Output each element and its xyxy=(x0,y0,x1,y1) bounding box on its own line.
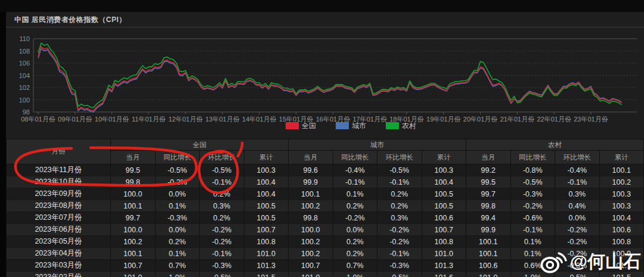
col-header-全国-累计: 累计 xyxy=(244,151,289,164)
cpi-line-chart: 1101081061041021009808年01月份09年01月份10年01月… xyxy=(6,28,644,138)
value-cell: 101.3 xyxy=(422,260,466,272)
value-cell: -0.3% xyxy=(200,260,244,272)
value-cell: 100.1 xyxy=(466,248,511,260)
value-cell: 0.4% xyxy=(555,200,600,212)
value-cell: -0.2% xyxy=(200,236,244,248)
legend-swatch-全国[interactable] xyxy=(286,122,299,129)
value-cell: -0.8% xyxy=(510,164,555,176)
legend-item-城市[interactable]: 城市 xyxy=(352,122,366,130)
value-cell: 100.2 xyxy=(289,248,333,260)
value-cell: 99.8 xyxy=(289,212,333,224)
value-cell: 100.1 xyxy=(111,200,156,212)
legend-item-农村[interactable]: 农村 xyxy=(402,122,416,130)
table-row: 2023年06月份100.00.0%-0.2%100.7100.00.0%-0.… xyxy=(7,224,644,236)
value-cell: -0.2% xyxy=(377,236,422,248)
value-cell: 100.7 xyxy=(289,260,333,272)
table-row: 2023年08月份100.10.1%0.3%100.5100.20.2%0.2%… xyxy=(7,200,644,212)
value-cell: -0.2% xyxy=(555,224,600,236)
value-cell: 99.7 xyxy=(466,188,511,200)
col-header-城市-累计: 累计 xyxy=(422,151,466,164)
month-cell: 2023年09月份 xyxy=(7,188,111,200)
value-cell: -0.5% xyxy=(200,272,244,277)
value-cell: 100.8 xyxy=(244,236,289,248)
value-cell: 100.4 xyxy=(422,176,466,188)
legend-swatch-农村[interactable] xyxy=(386,122,399,129)
value-cell: 100.1 xyxy=(599,164,644,176)
legend-item-全国[interactable]: 全国 xyxy=(302,122,316,130)
value-cell: -0.5% xyxy=(200,164,244,176)
value-cell: 0.2% xyxy=(377,200,422,212)
value-cell: 0.0% xyxy=(155,188,200,200)
series-line-农村 xyxy=(38,43,622,108)
value-cell: -0.1% xyxy=(333,176,377,188)
value-cell: 101.3 xyxy=(244,260,289,272)
legend-swatch-城市[interactable] xyxy=(336,122,349,129)
value-cell: 0.1% xyxy=(333,188,377,200)
value-cell: 100.5 xyxy=(422,200,466,212)
value-cell: -0.1% xyxy=(377,176,422,188)
watermark: @何山石 xyxy=(540,249,641,274)
table-header: 月份全国城市农村当月同比增长环比增长累计当月同比增长环比增长累计当月同比增长环比… xyxy=(7,139,644,164)
value-cell: 101.0 xyxy=(466,272,511,277)
series-line-城市 xyxy=(38,48,622,112)
value-cell: 100.1 xyxy=(466,236,511,248)
value-cell: 99.5 xyxy=(111,164,156,176)
value-cell: 100.6 xyxy=(466,260,511,272)
x-axis-tick-label: 23年01月份 xyxy=(574,116,608,123)
value-cell: 100.8 xyxy=(422,236,466,248)
value-cell: 99.9 xyxy=(289,176,333,188)
col-header-农村-环比增长: 环比增长 xyxy=(555,151,600,164)
month-cell: 2023年06月份 xyxy=(7,224,111,236)
value-cell: 101.0 xyxy=(244,248,289,260)
value-cell: 100.6 xyxy=(422,212,466,224)
value-cell: 100.5 xyxy=(244,200,289,212)
value-cell: 100.3 xyxy=(422,164,466,176)
value-cell: -0.5% xyxy=(377,164,422,176)
col-header-农村-当月: 当月 xyxy=(466,151,511,164)
value-cell: 99.8 xyxy=(466,200,511,212)
x-axis-tick-label: 11年01月份 xyxy=(132,116,166,123)
value-cell: 0.2% xyxy=(333,248,377,260)
table-row: 2023年07月份99.7-0.3%0.2%100.599.8-0.2%0.3%… xyxy=(7,212,644,224)
value-cell: -0.1% xyxy=(200,176,244,188)
value-cell: -0.4% xyxy=(555,164,600,176)
month-cell: 2023年04月份 xyxy=(7,248,111,260)
value-cell: 100.0 xyxy=(289,224,333,236)
y-axis-tick-label: 106 xyxy=(19,60,30,67)
value-cell: 100.1 xyxy=(289,188,333,200)
value-cell: 100.7 xyxy=(111,260,156,272)
value-cell: 0.2% xyxy=(333,200,377,212)
y-axis-tick-label: 108 xyxy=(19,48,30,55)
value-cell: 0.7% xyxy=(155,260,200,272)
value-cell: 0.2% xyxy=(200,188,244,200)
value-cell: 99.4 xyxy=(466,212,511,224)
month-cell: 2023年11月份 xyxy=(7,164,111,176)
value-cell: 0.3% xyxy=(555,188,600,200)
col-header-全国-环比增长: 环比增长 xyxy=(200,151,244,164)
value-cell: 0.0% xyxy=(155,224,200,236)
value-cell: 99.5 xyxy=(466,176,511,188)
value-cell: -0.2% xyxy=(510,200,555,212)
value-cell: -0.2% xyxy=(155,176,200,188)
value-cell: 100.2 xyxy=(599,176,644,188)
value-cell: 0.2% xyxy=(377,188,422,200)
y-axis-tick-label: 110 xyxy=(19,35,30,42)
value-cell: -0.1% xyxy=(555,176,600,188)
value-cell: 0.7% xyxy=(333,260,377,272)
x-axis-tick-label: 12年01月份 xyxy=(168,116,202,123)
value-cell: 100.7 xyxy=(244,224,289,236)
value-cell: 100.5 xyxy=(422,188,466,200)
value-cell: 100.8 xyxy=(599,236,644,248)
x-axis-tick-label: 20年01月份 xyxy=(463,116,497,123)
value-cell: 100.0 xyxy=(111,224,156,236)
col-header-全国-当月: 当月 xyxy=(111,151,156,164)
value-cell: -0.1% xyxy=(510,224,555,236)
value-cell: -0.1% xyxy=(200,248,244,260)
value-cell: 100.2 xyxy=(111,236,156,248)
x-axis-tick-label: 08年01月份 xyxy=(21,116,55,123)
value-cell: -0.2% xyxy=(333,212,377,224)
value-cell: -0.5% xyxy=(155,164,200,176)
month-cell: 2023年07月份 xyxy=(7,212,111,224)
value-cell: -0.2% xyxy=(200,224,244,236)
value-cell: -0.5% xyxy=(510,176,555,188)
